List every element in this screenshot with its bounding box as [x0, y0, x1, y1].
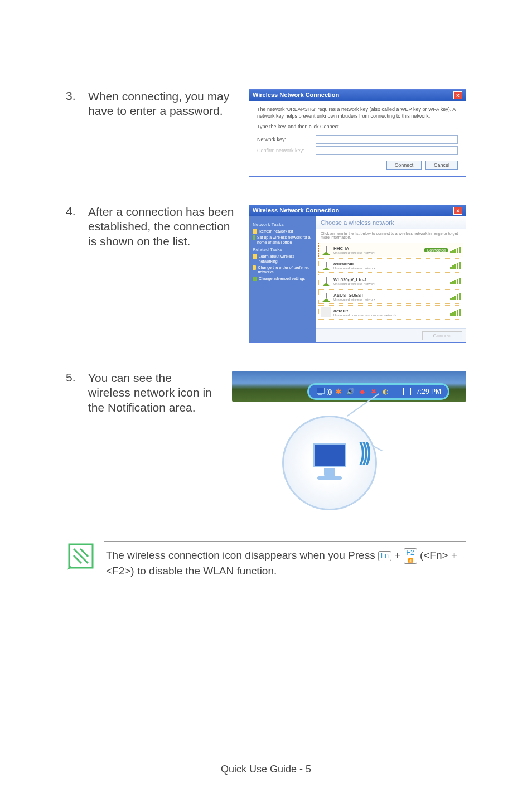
dialog-footer: Connect	[316, 328, 466, 342]
tray-icon[interactable]	[403, 388, 411, 395]
network-key-row: Network key:	[257, 135, 458, 144]
network-item[interactable]: defaultUnsecured computer-to-computer ne…	[318, 305, 463, 320]
network-item[interactable]: asus#240Unsecured wireless network	[318, 258, 463, 273]
antenna-icon	[321, 260, 331, 270]
signal-bars-icon	[450, 309, 461, 316]
wireless-icon-large: )))	[309, 443, 350, 483]
step-number: 5.	[66, 371, 88, 513]
network-key-label: Network key:	[257, 137, 316, 142]
antenna-icon	[321, 276, 331, 286]
setup-link[interactable]: Set up a wireless network for a home or …	[253, 235, 313, 245]
f2-key: F2📶	[404, 548, 417, 564]
dialog-instruction: Type the key, and then click Connect.	[257, 124, 458, 131]
close-icon[interactable]: ×	[453, 207, 462, 215]
step-text: After a connection has been established,…	[88, 205, 240, 343]
clock: 7:29 PM	[416, 388, 441, 395]
setup-icon	[253, 235, 255, 240]
status-badge: Connected	[424, 248, 448, 252]
network-key-input[interactable]	[316, 135, 458, 144]
adhoc-icon	[321, 307, 331, 317]
zoom-callout: )))	[282, 416, 377, 510]
dialog-title: Wireless Network Connection	[253, 91, 339, 99]
signal-waves-icon: )))	[360, 438, 369, 465]
signal-bars-icon	[450, 293, 461, 300]
dialog-sidebar: Network Tasks Refresh network list Set u…	[249, 216, 316, 342]
main-header: Choose a wireless network	[316, 216, 466, 229]
order-link[interactable]: Change the order of preferred networks	[253, 265, 313, 275]
step-figure: ))) ✱ 🔊 ◆ ✖ ◐ 7:29 PM )))	[217, 371, 466, 513]
dialog-desc: The network 'UREAPSHG' requires a networ…	[257, 107, 458, 119]
system-tray: ))) ✱ 🔊 ◆ ✖ ◐ 7:29 PM	[307, 383, 449, 400]
dialog-main: Choose a wireless network Click an item …	[316, 216, 466, 342]
password-dialog: Wireless Network Connection × The networ…	[249, 89, 466, 177]
note-text: The wireless connection icon disappears …	[104, 541, 466, 586]
step-number: 4.	[66, 205, 88, 343]
connect-button[interactable]: Connect	[386, 161, 422, 170]
wireless-tray-icon[interactable]	[316, 387, 325, 396]
note-box: The wireless connection icon disappears …	[66, 541, 466, 586]
info-icon	[253, 254, 257, 259]
antenna-icon	[321, 292, 331, 302]
step-4: 4. After a connection has been establish…	[66, 205, 466, 343]
step-3: 3. When connecting, you may have to ente…	[66, 89, 466, 177]
step-number: 3.	[66, 89, 88, 177]
dialog-titlebar: Wireless Network Connection ×	[249, 90, 466, 101]
dialog-buttons: Connect Cancel	[257, 161, 458, 170]
step-5: 5. You can see the wireless network icon…	[66, 371, 466, 513]
connect-button[interactable]: Connect	[422, 331, 462, 340]
page-footer: Quick Use Guide - 5	[0, 764, 532, 775]
fn-key: Fn	[378, 551, 391, 561]
step-figure: Wireless Network Connection × Network Ta…	[240, 205, 466, 343]
network-item[interactable]: ASUS_GUESTUnsecured wireless network	[318, 289, 463, 304]
tray-icon[interactable]: ✱	[334, 387, 343, 396]
sidebar-header: Network Tasks	[253, 222, 313, 227]
gear-icon	[253, 277, 257, 281]
step-figure: Wireless Network Connection × The networ…	[240, 89, 466, 177]
volume-icon[interactable]: 🔊	[346, 387, 355, 396]
tray-icon[interactable]: ◆	[357, 387, 366, 396]
note-icon	[66, 541, 96, 571]
step-text: You can see the wireless network icon in…	[88, 371, 217, 513]
signal-bars-icon	[450, 247, 461, 253]
network-item[interactable]: WL520gV_Ltu-1Unsecured wireless network	[318, 274, 463, 288]
dialog-titlebar: Wireless Network Connection ×	[249, 205, 466, 216]
network-item[interactable]: HHC-IAUnsecured wireless network Connect…	[318, 243, 463, 257]
tray-icon[interactable]: ◐	[381, 387, 390, 396]
advanced-link[interactable]: Change advanced settings	[253, 277, 313, 281]
confirm-key-row: Confirm network key:	[257, 146, 458, 155]
antenna-icon	[321, 245, 331, 255]
confirm-key-input[interactable]	[316, 146, 458, 155]
refresh-link[interactable]: Refresh network list	[253, 229, 313, 234]
signal-waves-icon: )))	[327, 389, 331, 395]
main-subtext: Click an item in the list below to conne…	[316, 229, 466, 241]
signal-bars-icon	[450, 278, 461, 284]
dialog-body: The network 'UREAPSHG' requires a networ…	[249, 101, 466, 176]
network-list: HHC-IAUnsecured wireless network Connect…	[316, 241, 466, 328]
cancel-button[interactable]: Cancel	[425, 161, 458, 170]
star-icon	[253, 265, 256, 270]
sidebar-header: Related Tasks	[253, 247, 313, 252]
step-text: When connecting, you may have to enter a…	[88, 89, 240, 177]
dialog-title: Wireless Network Connection	[253, 207, 339, 215]
confirm-key-label: Confirm network key:	[257, 148, 316, 153]
close-icon[interactable]: ×	[453, 91, 462, 99]
tray-icon[interactable]	[393, 388, 400, 395]
network-list-dialog: Wireless Network Connection × Network Ta…	[249, 205, 466, 343]
refresh-icon	[253, 229, 257, 234]
signal-bars-icon	[450, 262, 461, 269]
learn-link[interactable]: Learn about wireless networking	[253, 254, 313, 264]
